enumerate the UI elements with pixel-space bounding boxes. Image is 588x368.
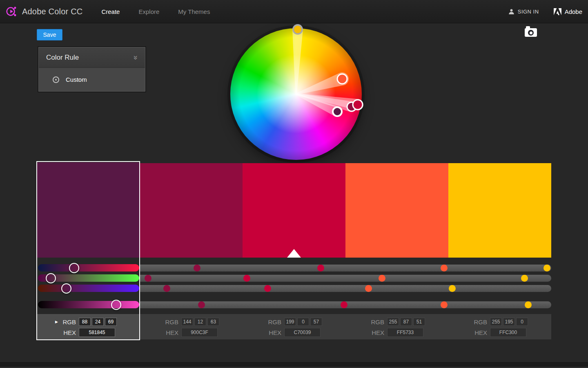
color-rule-header[interactable]: Color Rule » (39, 47, 145, 68)
rgb-input-b[interactable]: 0 (516, 318, 528, 326)
swatch-FF5733[interactable] (345, 163, 448, 258)
rgb-input-r[interactable]: 144 (181, 318, 193, 326)
color-wheel[interactable] (227, 25, 365, 164)
rgb-input-g[interactable]: 12 (194, 318, 206, 326)
rgb-input-b[interactable]: 57 (310, 318, 322, 326)
rgb-input-g[interactable]: 195 (503, 318, 515, 326)
hex-input[interactable]: C70039 (284, 328, 321, 337)
slider-dot-FF5733[interactable] (441, 265, 448, 272)
hex-label: HEX (163, 329, 178, 336)
rgb-input-r[interactable]: 255 (387, 318, 399, 326)
rgb-row: RGB882469 (61, 317, 139, 326)
color-rule-panel: Color Rule » Custom (38, 47, 145, 92)
hex-input[interactable]: FF5733 (387, 328, 423, 337)
slider-dot-FFC300[interactable] (525, 301, 532, 308)
slider-dot-FF5733[interactable] (365, 285, 372, 292)
swatch-900C3F[interactable] (140, 163, 243, 258)
color-values-C70039: RGB199057HEXC70039 (243, 314, 345, 339)
purple-marker[interactable] (333, 107, 342, 116)
hex-label: HEX (266, 329, 281, 336)
hex-row: HEXFF5733 (369, 328, 448, 337)
slider-dot-FFC300[interactable] (543, 265, 550, 272)
rgb-label: RGB (266, 319, 281, 325)
rgb-input-b[interactable]: 69 (105, 318, 117, 326)
custom-rule-radio-icon (53, 76, 59, 83)
app-title: Adobe Color CC (22, 7, 82, 16)
rgb-input-r[interactable]: 255 (490, 318, 502, 326)
nav-tab-my-themes[interactable]: My Themes (178, 8, 210, 15)
adobe-logo-icon (554, 8, 561, 15)
hex-row: HEX900C3F (163, 328, 243, 337)
swatch-581845[interactable] (37, 162, 139, 258)
brand: Adobe Color CC (5, 5, 82, 18)
adobe-link[interactable]: Adobe (554, 8, 582, 15)
channel-track-row-3[interactable] (140, 285, 551, 292)
slider-dot-FF5733[interactable] (441, 301, 448, 308)
rgb-input-g[interactable]: 24 (92, 318, 104, 326)
hex-label: HEX (472, 329, 487, 336)
slider-dot-C70039[interactable] (317, 265, 324, 272)
crimson-marker[interactable] (353, 100, 363, 110)
red-slider-handle[interactable] (69, 263, 79, 273)
rgb-input-g[interactable]: 87 (400, 318, 412, 326)
swatch-FFC300[interactable] (448, 163, 551, 258)
color-rule-option-label: Custom (66, 76, 87, 83)
slider-dot-C70039[interactable] (264, 285, 271, 292)
sign-in-label: SIGN IN (518, 9, 539, 15)
slider-dot-900C3F[interactable] (198, 301, 205, 308)
nav-tab-create[interactable]: Create (101, 8, 120, 15)
yellow-marker[interactable] (293, 25, 302, 34)
save-button[interactable]: Save (37, 29, 62, 40)
rgb-label: RGB (369, 319, 384, 325)
rgb-label: RGB (61, 319, 76, 325)
hex-input[interactable]: FFC300 (490, 328, 526, 337)
blue-slider[interactable] (38, 285, 139, 292)
hex-row: HEXFFC300 (472, 328, 551, 337)
hex-input[interactable]: 581845 (79, 328, 115, 337)
hex-label: HEX (369, 329, 384, 336)
slider-dot-900C3F[interactable] (145, 275, 151, 282)
color-values-FF5733: RGB2558751HEXFF5733 (345, 314, 448, 339)
color-rule-selected-row[interactable]: Custom (39, 68, 145, 91)
channel-track-row-2[interactable] (140, 275, 551, 282)
nav-tab-explore[interactable]: Explore (138, 8, 159, 15)
color-values-900C3F: RGB1441263HEX900C3F (140, 314, 243, 339)
rgb-input-b[interactable]: 63 (207, 318, 219, 326)
active-swatch-pointer-icon (287, 249, 301, 258)
hex-label: HEX (61, 329, 76, 336)
slider-dot-FF5733[interactable] (379, 275, 385, 282)
brightness-slider-handle[interactable] (111, 300, 121, 310)
green-slider-handle[interactable] (46, 273, 56, 283)
slider-dot-C70039[interactable] (243, 275, 250, 282)
top-right-group: SIGN IN Adobe (508, 8, 582, 15)
swatch-C70039[interactable] (243, 163, 345, 258)
hex-input[interactable]: 900C3F (181, 328, 218, 337)
rgb-label: RGB (472, 319, 487, 325)
hex-row: HEX581845 (61, 328, 139, 337)
main-nav: Create Explore My Themes (101, 8, 229, 15)
orange-marker[interactable] (337, 74, 347, 84)
slider-dot-C70039[interactable] (341, 301, 347, 308)
sign-in-button[interactable]: SIGN IN (508, 9, 539, 15)
disclosure-triangle-icon[interactable]: ▶ (55, 320, 58, 324)
brightness-slider[interactable] (38, 301, 139, 308)
rgb-input-r[interactable]: 88 (79, 318, 91, 326)
create-from-image-button[interactable] (525, 25, 537, 37)
channel-track-row-1[interactable] (140, 265, 551, 272)
slider-dot-FFC300[interactable] (521, 275, 528, 282)
rgb-input-g[interactable]: 0 (297, 318, 309, 326)
red-slider[interactable] (38, 264, 139, 272)
rgb-row: RGB2558751 (369, 317, 448, 326)
footer-bar (0, 362, 588, 368)
rgb-input-r[interactable]: 199 (284, 318, 296, 326)
blue-slider-handle[interactable] (61, 283, 71, 294)
adobe-color-logo-icon (5, 5, 18, 18)
hex-row: HEXC70039 (266, 328, 345, 337)
color-values-581845: ▶RGB882469HEX581845 (37, 314, 139, 339)
rgb-input-b[interactable]: 51 (413, 318, 425, 326)
slider-dot-900C3F[interactable] (194, 265, 200, 272)
chevron-down-icon: » (132, 55, 141, 60)
slider-dot-FFC300[interactable] (449, 285, 456, 292)
top-nav-bar: Adobe Color CC Create Explore My Themes … (0, 0, 588, 23)
slider-dot-900C3F[interactable] (163, 285, 170, 292)
